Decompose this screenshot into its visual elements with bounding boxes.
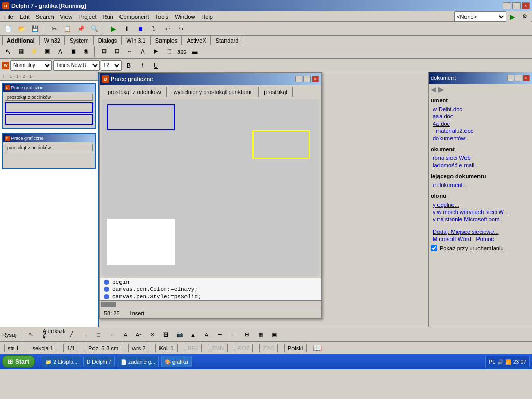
draw-text[interactable]: A [119, 329, 132, 340]
minimize-button[interactable]: _ [503, 2, 511, 9]
tab-system[interactable]: System [65, 36, 94, 45]
style-dropdown[interactable]: Normalny [10, 60, 52, 71]
taskbar-delphi[interactable]: D Delphi 7 [83, 356, 115, 367]
prace-close[interactable]: × [312, 76, 319, 82]
tab-prostokatprosty[interactable]: prostokąt [258, 87, 293, 97]
code-scrollbar[interactable] [100, 300, 321, 308]
save-button[interactable]: 💾 [29, 23, 42, 34]
comp7[interactable]: ⊞ [98, 46, 110, 57]
taskbar-zadanie[interactable]: 📄 zadanie g... [117, 356, 159, 367]
run-btn2[interactable]: ▶ [107, 23, 119, 34]
comp1[interactable]: ▦ [15, 46, 28, 57]
comp10[interactable]: A [137, 46, 149, 57]
close-button[interactable]: × [522, 2, 530, 9]
size-dropdown[interactable]: 12 [101, 60, 122, 71]
rp-minimize[interactable]: _ [507, 75, 514, 81]
tab-win32[interactable]: Win32 [39, 36, 65, 45]
menu-run[interactable]: Run [99, 12, 116, 21]
tab-samples[interactable]: Samples [151, 36, 182, 45]
menu-view[interactable]: View [57, 12, 76, 21]
cut-button[interactable]: ✂ [48, 23, 60, 34]
rp-link-s2-1[interactable]: iadomość e-mail [433, 162, 530, 169]
underline-btn[interactable]: U [150, 60, 162, 71]
comp8[interactable]: ⊟ [111, 46, 123, 57]
comp3[interactable]: ▣ [41, 46, 54, 57]
rp-maximize[interactable]: □ [515, 75, 522, 81]
rp-link-s4-2[interactable]: y na stronie Microsoft.com [433, 216, 530, 223]
comp4[interactable]: A [54, 46, 66, 57]
rp-link-s3-0[interactable]: e dokument... [433, 181, 530, 189]
italic-btn[interactable]: I [136, 60, 149, 71]
right-panel-content[interactable]: ument w Delhi.doc aaa.doc 4a.doc _materi… [429, 95, 532, 327]
find-button[interactable]: 🔍 [88, 23, 101, 34]
tab-prostokatodcinkow[interactable]: prostokąt z odcinków [102, 87, 167, 97]
menu-edit[interactable]: Edit [17, 12, 33, 21]
run-button[interactable]: ▶ [506, 11, 518, 22]
draw-shadow[interactable]: ▦ [255, 329, 267, 340]
step2-btn[interactable]: ↩ [161, 23, 174, 34]
font-dropdown[interactable]: Times New R [53, 60, 100, 71]
draw-group[interactable]: ⊞ [241, 329, 254, 340]
draw-line-color[interactable]: ━ [214, 329, 227, 340]
draw-picture[interactable]: 📷 [174, 329, 186, 340]
draw-oval[interactable]: ○ [106, 329, 118, 340]
prace-minimize[interactable]: _ [295, 76, 302, 82]
pause-btn[interactable]: ⏸ [121, 23, 133, 34]
rp-link-1[interactable]: aaa.doc [433, 113, 530, 120]
rp-dodaj-link[interactable]: Dodaj: Miejsce sieciowe... [433, 228, 530, 235]
draw-font-color[interactable]: A [201, 329, 213, 340]
draw-diagram[interactable]: ⊗ [147, 329, 159, 340]
draw-clipart[interactable]: 🖼 [160, 329, 172, 340]
draw-cursor[interactable]: ↖ [25, 329, 37, 340]
rp-link-2[interactable]: 4a.doc [433, 120, 530, 127]
comp6[interactable]: ◉ [80, 46, 92, 57]
rp-word-help-link[interactable]: Microsoft Word - Pomoc [433, 235, 530, 243]
rp-link-0[interactable]: w Delhi.doc [433, 105, 530, 113]
comp11[interactable]: ▶ [150, 46, 162, 57]
rp-link-s4-1[interactable]: y w moich witrynach sieci W... [433, 208, 530, 216]
draw-fill-color[interactable]: ▲ [187, 329, 200, 340]
tab-additional[interactable]: Additional [2, 36, 39, 45]
nav-back[interactable]: ◀ [431, 85, 436, 94]
comp2[interactable]: ⚡ [28, 46, 41, 57]
tab-activex[interactable]: ActiveX [182, 36, 210, 45]
bold-btn[interactable]: B [123, 60, 135, 71]
rp-link-4[interactable]: dokumentów... [433, 135, 530, 142]
scroll-thumb[interactable] [101, 302, 116, 307]
rp-close[interactable]: × [523, 75, 530, 81]
tab-standard[interactable]: Standard [211, 36, 244, 45]
draw-wordart[interactable]: A~ [133, 329, 145, 340]
step3-btn[interactable]: ↪ [175, 23, 187, 34]
menu-window[interactable]: Window [171, 12, 198, 21]
draw-align[interactable]: ≡ [228, 329, 240, 340]
rp-link-3[interactable]: _materialu2.doc [433, 127, 530, 135]
copy-button[interactable]: 📋 [61, 23, 74, 34]
menu-help[interactable]: Help [198, 12, 216, 21]
tab-win31[interactable]: Win 3.1 [122, 36, 150, 45]
tab-wypelniony[interactable]: wypełniony prostokąt punktami [168, 87, 257, 97]
draw-rect[interactable]: □ [92, 329, 105, 340]
draw-3d[interactable]: ▣ [268, 329, 281, 340]
open-button[interactable]: 📂 [16, 23, 28, 34]
cursor-tool[interactable]: ↖ [2, 46, 15, 57]
comp5[interactable]: ◼ [67, 46, 79, 57]
maximize-button[interactable]: □ [512, 2, 521, 9]
step-btn[interactable]: ⤵ [148, 23, 160, 34]
show-on-start-checkbox[interactable] [431, 245, 437, 251]
tab-dialogs[interactable]: Dialogs [94, 36, 122, 45]
menu-component[interactable]: Component [116, 12, 152, 21]
taskbar-explorer[interactable]: 📁 2 Eksplo... [42, 356, 81, 367]
none-dropdown[interactable]: <None> [454, 11, 506, 22]
comp9[interactable]: ↔ [124, 46, 136, 57]
menu-tools[interactable]: Tools [152, 12, 172, 21]
options-button[interactable]: ⚙ [518, 11, 531, 22]
comp12[interactable]: ⬚ [163, 46, 175, 57]
nav-forward[interactable]: ▶ [438, 85, 444, 94]
comp14[interactable]: ▬ [189, 46, 201, 57]
new-button[interactable]: 📄 [2, 23, 15, 34]
taskbar-grafika[interactable]: 🎨 grafika [161, 356, 192, 367]
start-button[interactable]: ⊞ Start [2, 355, 35, 368]
rp-link-s4-0[interactable]: y ogólne... [433, 201, 530, 208]
rp-link-s2-0[interactable]: rona sieci Web [433, 154, 530, 162]
menu-project[interactable]: Project [75, 12, 99, 21]
